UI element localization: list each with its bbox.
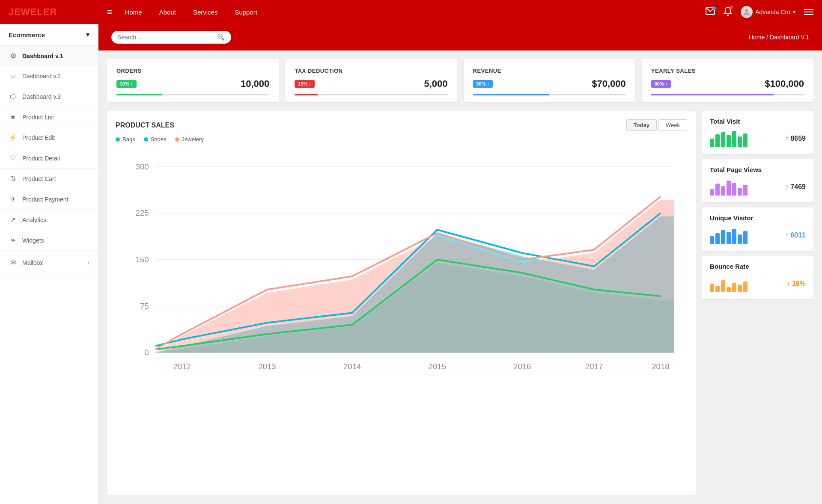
user-menu[interactable]: Advanda Cro ▾ (741, 6, 795, 18)
sidebar-item-label: Dashboard v.3 (22, 93, 61, 100)
mailbox-collapse-icon: ‹ (87, 259, 89, 266)
metric-bar (721, 132, 725, 147)
metric-title: Total Visit (710, 118, 806, 125)
right-panel: Total Visit ↑ 8659 Total Page Views ↑ 74… (702, 111, 813, 495)
metric-value: ↑ 8659 (785, 135, 806, 142)
metric-row: ↑ 8659 (710, 130, 806, 147)
sidebar-item-label: Product Payment (22, 196, 68, 203)
svg-text:2017: 2017 (585, 362, 603, 371)
stat-card-row: 30% ↑ 10,000 (116, 78, 269, 89)
sidebar-item-dashboard-v1[interactable]: ⊙ Dashboard v.1 (0, 46, 98, 66)
legend-item-shoes: Shoes (144, 136, 167, 142)
metric-bar (743, 231, 748, 244)
metric-bar (738, 285, 742, 292)
sidebar-item-mailbox[interactable]: ✉ Mailbox ‹ (0, 252, 98, 273)
sidebar-item-analytics[interactable]: ↗ Analytics (0, 210, 98, 230)
sidebar-item-product-edit[interactable]: ⚡ Product Edit (0, 127, 98, 148)
sidebar-section-ecommerce[interactable]: Ecommerce ▾ (0, 24, 98, 46)
metric-title: Bounce Rate (710, 263, 806, 270)
stat-value: $70,000 (592, 78, 626, 89)
metric-bar (727, 181, 731, 196)
breadcrumb: Home / Dashboard V.1 (749, 34, 809, 41)
search-box[interactable]: 🔍 (111, 31, 231, 44)
chart-btn-week[interactable]: Week (658, 119, 687, 131)
mail-icon-wrap[interactable] (706, 7, 715, 17)
layout: Ecommerce ▾ ⊙ Dashboard v.1 ○ Dashboard … (0, 24, 822, 504)
stat-card-title: YEARLY SALES (651, 68, 804, 74)
chart-buttons: Today Week (626, 119, 687, 131)
chart-legend: Bags Shoes Jewelery (116, 136, 687, 142)
chart-btn-today[interactable]: Today (626, 119, 657, 131)
svg-text:300: 300 (136, 162, 149, 171)
metric-bar (738, 136, 742, 147)
nav-services[interactable]: Services (193, 9, 218, 16)
sidebar-item-dashboard-v2[interactable]: ○ Dashboard v.2 (0, 66, 98, 86)
dashboard-v3-icon: ⬡ (9, 92, 17, 101)
nav-about[interactable]: About (159, 9, 176, 16)
bell-icon-wrap[interactable] (724, 6, 732, 18)
chart-svg-wrap: 300 225 150 75 0 2012 2013 2014 2015 201… (116, 147, 687, 388)
chart-header: PRODUCT SALES Today Week (116, 119, 687, 131)
chevron-down-icon: ▾ (793, 9, 795, 15)
hamburger-icon[interactable]: ≡ (107, 7, 112, 17)
stat-card-yearly-sales: YEARLY SALES 80% ↑ $100,000 (642, 59, 813, 102)
svg-text:2014: 2014 (343, 362, 361, 371)
metric-bar (738, 234, 742, 244)
user-avatar-icon (743, 8, 751, 16)
sidebar-item-widgets[interactable]: ❧ Widgets (0, 230, 98, 251)
chart-title: PRODUCT SALES (116, 122, 174, 129)
nav-home[interactable]: Home (125, 9, 142, 16)
stat-card-title: REVENUE (473, 68, 626, 74)
product-list-icon: ★ (9, 113, 17, 121)
stat-card-row: 15% ↓ 5,000 (295, 78, 447, 89)
stat-card-tax-deduction: TAX DEDUCTION 15% ↓ 5,000 (285, 59, 457, 102)
header-bar: 🔍 Home / Dashboard V.1 (98, 24, 822, 50)
legend-label: Jewelery (182, 136, 204, 142)
legend-dot (175, 137, 179, 142)
metric-value: ↑ 6011 (785, 231, 806, 239)
sidebar-item-label: Dashboard v.1 (22, 53, 63, 59)
sidebar-item-product-detail[interactable]: ♡ Product Detail (0, 148, 98, 169)
svg-text:225: 225 (136, 208, 149, 217)
legend-item-jewelery: Jewelery (175, 136, 204, 142)
stat-card-revenue: REVENUE 50% ↑ $70,000 (464, 59, 635, 102)
metric-bar (715, 184, 720, 196)
stat-badge: 80% ↑ (651, 80, 671, 88)
sidebar-item-product-list[interactable]: ★ Product List (0, 107, 98, 127)
dashboard-v2-icon: ○ (9, 72, 17, 80)
stat-value: 10,000 (241, 78, 269, 89)
stat-card-row: 50% ↑ $70,000 (473, 78, 626, 89)
metric-bar (715, 233, 720, 244)
metric-card-total-page-views: Total Page Views ↑ 7469 (702, 159, 813, 202)
analytics-icon: ↗ (9, 216, 17, 224)
metric-card-unique-visitor: Unique Visitor ↑ 6011 (702, 208, 813, 251)
metric-bars (710, 275, 748, 292)
svg-text:2018: 2018 (652, 362, 669, 371)
sidebar-item-label: Analytics (22, 216, 46, 223)
metric-bar (743, 282, 748, 292)
stat-card-orders: ORDERS 30% ↑ 10,000 (107, 59, 279, 102)
sidebar-item-label: Product Detail (22, 155, 60, 162)
metric-bar (721, 280, 725, 292)
sidebar-item-product-cart[interactable]: ⇅ Product Cart (0, 169, 98, 189)
stat-bar (651, 94, 804, 95)
metric-row: ↑ 6011 (710, 227, 806, 244)
legend-dot (116, 137, 120, 142)
stat-bar (473, 94, 626, 95)
product-payment-icon: ✈ (9, 195, 17, 203)
sidebar-item-dashboard-v3[interactable]: ⬡ Dashboard v.3 (0, 86, 98, 107)
metric-bar (710, 139, 714, 147)
svg-text:2013: 2013 (258, 362, 276, 371)
metric-bar (727, 135, 731, 147)
search-input[interactable] (117, 34, 214, 41)
sidebar-item-product-payment[interactable]: ✈ Product Payment (0, 189, 98, 210)
svg-point-1 (745, 9, 748, 12)
menu-lines-icon[interactable] (804, 9, 813, 15)
stat-card-title: TAX DEDUCTION (295, 68, 447, 74)
metric-bar (721, 186, 725, 196)
main-content: 🔍 Home / Dashboard V.1 ORDERS 30% ↑ 10,0… (98, 24, 822, 504)
sidebar-item-label: Product List (22, 114, 54, 121)
metric-value: ↑ 7469 (785, 183, 806, 191)
sidebar-section-label: Ecommerce (9, 31, 45, 39)
nav-support[interactable]: Support (235, 9, 257, 16)
